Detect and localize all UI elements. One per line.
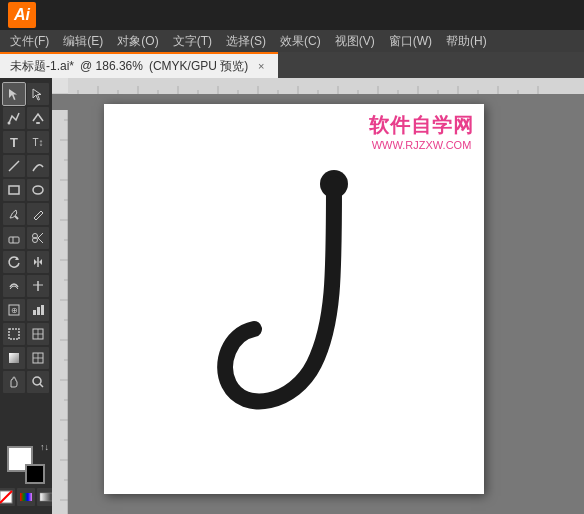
watermark: 软件自学网 WWW.RJZXW.COM [369, 112, 474, 151]
menu-effect[interactable]: 效果(C) [274, 31, 327, 52]
svg-rect-4 [9, 186, 19, 194]
vertical-type-tool[interactable]: T↕ [27, 131, 49, 153]
tool-row-select [0, 83, 52, 105]
scissors-tool[interactable] [27, 227, 49, 249]
rotate-tool[interactable] [3, 251, 25, 273]
tool-row-rect [0, 179, 52, 201]
tool-row-rotate [0, 251, 52, 273]
svg-rect-22 [9, 329, 19, 339]
add-anchor-tool[interactable] [27, 107, 49, 129]
swap-colors-icon[interactable]: ↑↓ [40, 442, 49, 452]
menu-view[interactable]: 视图(V) [329, 31, 381, 52]
svg-rect-26 [9, 353, 19, 363]
brush-tool[interactable] [3, 203, 25, 225]
menu-file[interactable]: 文件(F) [4, 31, 55, 52]
svg-line-9 [38, 233, 43, 238]
svg-point-30 [33, 377, 41, 385]
tab-close-button[interactable]: × [254, 59, 268, 73]
arc-tool[interactable] [27, 155, 49, 177]
tool-row-graph: ⊕ [0, 299, 52, 321]
svg-line-31 [40, 384, 43, 387]
svg-text:⊕: ⊕ [11, 306, 18, 315]
left-toolbar: T T↕ [0, 78, 52, 514]
canvas-area: 软件自学网 WWW.RJZXW.COM [52, 78, 584, 514]
svg-rect-34 [20, 493, 32, 501]
svg-point-5 [33, 186, 43, 194]
svg-line-6 [15, 216, 18, 219]
tool-row-brush [0, 203, 52, 225]
pen-tool[interactable] [3, 107, 25, 129]
none-color-button[interactable] [0, 488, 15, 506]
gradient-button[interactable] [37, 488, 52, 506]
watermark-title: 软件自学网 [369, 112, 474, 139]
title-bar: Ai [0, 0, 584, 30]
app-logo-text: Ai [14, 6, 30, 24]
active-tab[interactable]: 未标题-1.ai* @ 186.36% (CMYK/GPU 预览) × [0, 52, 278, 78]
tab-mode: (CMYK/GPU 预览) [149, 58, 248, 75]
svg-rect-36 [68, 78, 584, 94]
ellipse-tool[interactable] [27, 179, 49, 201]
color-swatches[interactable]: ↑↓ [7, 446, 45, 484]
color-mode-row [0, 488, 52, 506]
svg-rect-35 [40, 493, 52, 501]
menu-select[interactable]: 选择(S) [220, 31, 272, 52]
svg-point-0 [8, 122, 11, 125]
hand-tool[interactable] [3, 371, 25, 393]
stroke-swatch[interactable] [25, 464, 45, 484]
menu-object[interactable]: 对象(O) [111, 31, 164, 52]
direct-selection-tool[interactable] [27, 83, 49, 105]
svg-rect-19 [33, 310, 36, 315]
svg-line-3 [9, 161, 19, 171]
line-tool[interactable] [3, 155, 25, 177]
gradient-tool[interactable] [3, 347, 25, 369]
app-logo: Ai [8, 2, 36, 28]
svg-line-10 [38, 238, 43, 243]
tool-row-gradient [0, 347, 52, 369]
white-artboard: 软件自学网 WWW.RJZXW.COM [104, 104, 484, 494]
width-tool[interactable] [27, 275, 49, 297]
color-area: ↑↓ [0, 442, 52, 510]
svg-rect-7 [9, 237, 19, 243]
pencil-tool[interactable] [27, 203, 49, 225]
tool-row-artboard [0, 323, 52, 345]
tool-row-line [0, 155, 52, 177]
menu-window[interactable]: 窗口(W) [383, 31, 438, 52]
artboard-tool[interactable] [3, 323, 25, 345]
svg-rect-20 [37, 307, 40, 315]
warp-tool[interactable] [3, 275, 25, 297]
ruler-top [52, 78, 584, 94]
type-tool[interactable]: T [3, 131, 25, 153]
color-button[interactable] [17, 488, 35, 506]
mesh-tool[interactable] [27, 347, 49, 369]
menu-edit[interactable]: 编辑(E) [57, 31, 109, 52]
slice-tool[interactable] [27, 323, 49, 345]
tool-row-hand [0, 371, 52, 393]
tool-row-type: T T↕ [0, 131, 52, 153]
symbol-tool[interactable]: ⊕ [3, 299, 25, 321]
ruler-left [52, 110, 68, 514]
selection-tool[interactable] [3, 83, 25, 105]
menu-bar: 文件(F) 编辑(E) 对象(O) 文字(T) 选择(S) 效果(C) 视图(V… [0, 30, 584, 52]
tab-title: 未标题-1.ai* [10, 58, 74, 75]
menu-text[interactable]: 文字(T) [167, 31, 218, 52]
svg-rect-21 [41, 305, 44, 315]
watermark-url: WWW.RJZXW.COM [369, 139, 474, 151]
reflect-tool[interactable] [27, 251, 49, 273]
tool-row-warp [0, 275, 52, 297]
eraser-tool[interactable] [3, 227, 25, 249]
menu-help[interactable]: 帮助(H) [440, 31, 493, 52]
graph-tool[interactable] [27, 299, 49, 321]
tab-bar: 未标题-1.ai* @ 186.36% (CMYK/GPU 预览) × [0, 52, 584, 78]
main-layout: T T↕ [0, 78, 584, 514]
tab-zoom: @ 186.36% [80, 59, 143, 73]
tool-row-eraser [0, 227, 52, 249]
canvas-content: 软件自学网 WWW.RJZXW.COM [84, 94, 584, 514]
tool-row-pen [0, 107, 52, 129]
rectangle-tool[interactable] [3, 179, 25, 201]
drawing-shape [164, 154, 404, 434]
zoom-tool[interactable] [27, 371, 49, 393]
